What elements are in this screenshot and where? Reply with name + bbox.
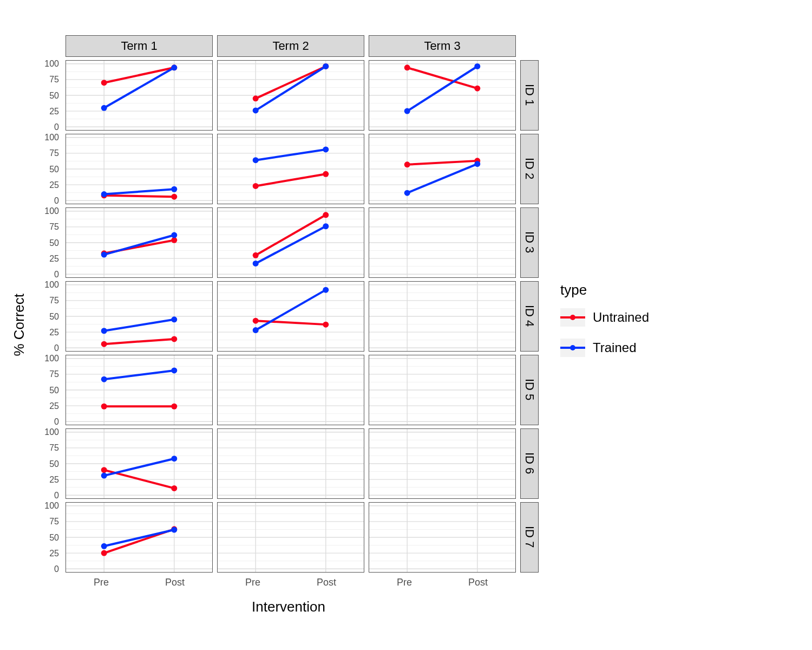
svg-line-45 [407, 67, 477, 88]
svg-point-160 [171, 336, 177, 342]
svg-point-135 [323, 223, 329, 229]
svg-point-247 [171, 456, 177, 461]
svg-point-159 [101, 341, 107, 347]
svg-line-206 [104, 370, 174, 379]
y-ticks-row-3: 0255075100 [32, 281, 61, 352]
svg-point-67 [171, 186, 177, 192]
svg-point-205 [171, 403, 177, 409]
legend-key-icon [560, 308, 585, 327]
panel-r1-c0 [66, 134, 213, 204]
svg-point-179 [253, 327, 259, 333]
svg-line-65 [104, 189, 174, 194]
svg-line-116 [104, 235, 174, 255]
svg-line-284 [104, 530, 174, 546]
facet-grid: Term 1Term 2Term 30255075100ID 102550751… [32, 35, 539, 594]
svg-point-64 [171, 193, 177, 199]
svg-point-176 [253, 317, 259, 323]
svg-point-46 [404, 64, 410, 70]
svg-line-28 [256, 66, 326, 98]
svg-point-282 [101, 550, 107, 556]
svg-point-29 [253, 95, 259, 101]
legend-key-icon [560, 339, 585, 357]
panel-r5-c1 [217, 428, 364, 499]
svg-point-244 [171, 485, 177, 491]
svg-point-207 [101, 376, 107, 382]
svg-point-118 [171, 232, 177, 238]
svg-point-66 [101, 191, 107, 197]
svg-point-84 [323, 146, 329, 152]
row-strip-6: ID 7 [520, 502, 539, 573]
svg-line-161 [104, 319, 174, 330]
svg-line-82 [256, 149, 326, 160]
panel-r6-c1 [217, 502, 364, 573]
y-ticks-row-6: 0255075100 [32, 502, 61, 573]
svg-point-101 [474, 161, 480, 167]
svg-point-163 [171, 316, 177, 322]
x-ticks-col-2: PrePost [369, 576, 516, 594]
svg-point-12 [101, 80, 107, 86]
row-strip-2: ID 3 [520, 207, 539, 278]
svg-line-48 [407, 66, 477, 111]
svg-point-49 [404, 108, 410, 114]
panel-r4-c2 [369, 355, 516, 425]
x-axis-title: Intervention [61, 599, 516, 615]
panel-r3-c2 [369, 281, 516, 352]
panel-r1-c2 [369, 134, 516, 204]
panel-r4-c0 [66, 355, 213, 425]
svg-point-32 [253, 107, 259, 113]
panel-r2-c1 [217, 207, 364, 278]
panel-r2-c0 [66, 207, 213, 278]
legend-title: type [560, 282, 649, 298]
svg-point-132 [323, 212, 329, 218]
legend-label: Trained [593, 340, 636, 355]
svg-point-204 [101, 403, 107, 409]
row-strip-0: ID 1 [520, 60, 539, 131]
y-ticks-row-5: 0255075100 [32, 428, 61, 499]
panel-r3-c1 [217, 281, 364, 352]
panel-r3-c0 [66, 281, 213, 352]
plot-body: Term 1Term 2Term 30255075100ID 102550751… [32, 35, 539, 615]
y-ticks-row-4: 0255075100 [32, 355, 61, 425]
svg-line-133 [256, 226, 326, 263]
y-ticks-row-2: 0255075100 [32, 207, 61, 278]
svg-line-99 [407, 164, 477, 193]
y-ticks-row-1: 0255075100 [32, 134, 61, 204]
svg-point-285 [101, 543, 107, 549]
svg-point-246 [101, 472, 107, 478]
legend-item-trained: Trained [560, 339, 649, 357]
x-ticks-col-0: PrePost [66, 576, 213, 594]
legend-label: Untrained [593, 310, 649, 325]
chart-root: % Correct Term 1Term 2Term 30255075100ID… [11, 11, 801, 639]
y-ticks-row-0: 0255075100 [32, 60, 61, 131]
svg-point-100 [404, 190, 410, 196]
panel-r5-c2 [369, 428, 516, 499]
svg-point-81 [323, 171, 329, 177]
legend-item-untrained: Untrained [560, 308, 649, 327]
row-strip-4: ID 5 [520, 355, 539, 425]
svg-point-134 [253, 260, 259, 266]
svg-point-131 [253, 252, 259, 258]
panel-r1-c1 [217, 134, 364, 204]
svg-point-83 [253, 157, 259, 163]
svg-point-243 [101, 467, 107, 473]
y-axis-title: % Correct [11, 294, 28, 356]
panel-r2-c2 [369, 207, 516, 278]
svg-line-62 [104, 195, 174, 196]
panel-r4-c1 [217, 355, 364, 425]
panel-r0-c2 [369, 60, 516, 131]
col-strip-1: Term 2 [217, 35, 364, 57]
svg-point-208 [171, 367, 177, 373]
panel-r6-c2 [369, 502, 516, 573]
x-ticks-col-1: PrePost [217, 576, 364, 594]
svg-point-162 [101, 328, 107, 334]
svg-line-14 [104, 67, 174, 107]
svg-point-177 [323, 321, 329, 327]
svg-line-11 [104, 67, 174, 82]
col-strip-0: Term 1 [66, 35, 213, 57]
panel-r0-c1 [217, 60, 364, 131]
row-strip-1: ID 2 [520, 134, 539, 204]
svg-point-50 [474, 63, 480, 69]
panel-r5-c0 [66, 428, 213, 499]
panel-r6-c0 [66, 502, 213, 573]
svg-point-80 [253, 183, 259, 188]
